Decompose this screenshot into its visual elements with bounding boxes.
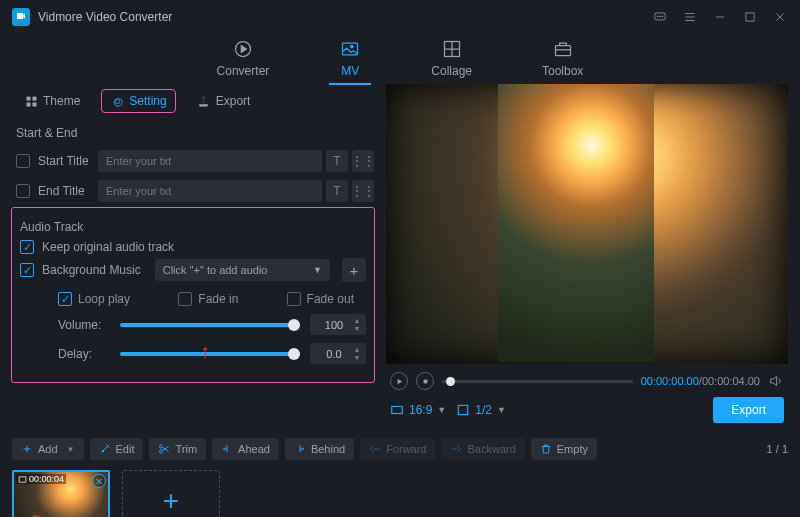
loop-checkbox[interactable] [58,292,72,306]
export-button[interactable]: Export [713,397,784,423]
tab-label: Theme [43,94,80,108]
delay-value: 0.0 [318,348,350,360]
delay-slider[interactable] [120,352,300,356]
spin-down[interactable]: ▼ [352,325,362,332]
forward-button[interactable]: Forward [360,438,435,460]
chevron-down-icon: ▼ [67,445,75,454]
nav-label: MV [341,64,359,78]
top-nav: Converter MV Collage Toolbox [0,34,800,84]
keep-original-checkbox[interactable] [20,240,34,254]
end-title-input[interactable] [98,180,322,202]
behind-button[interactable]: Behind [285,438,354,460]
video-preview[interactable] [386,84,788,364]
audio-track-panel: Audio Track Keep original audio track Ba… [12,208,374,382]
clip-remove-button[interactable]: ✕ [92,474,106,488]
seek-thumb[interactable] [446,377,455,386]
svg-rect-19 [19,476,26,481]
fadein-label: Fade in [198,292,238,306]
seek-bar[interactable] [442,380,633,383]
toolbox-icon [552,38,574,60]
spin-up[interactable]: ▲ [352,346,362,353]
svg-rect-13 [32,102,36,106]
behind-icon [294,443,306,455]
svg-rect-11 [32,96,36,100]
bg-music-dropdown[interactable]: Click "+" to add audio ▼ [155,259,330,281]
nav-collage[interactable]: Collage [421,34,482,84]
app-logo [12,8,30,26]
close-icon[interactable] [772,9,788,25]
time-display: 00:00:00.00/00:00:04.00 [641,375,760,387]
end-title-checkbox[interactable] [16,184,30,198]
ahead-button[interactable]: Ahead [212,438,279,460]
spin-up[interactable]: ▲ [352,317,362,324]
text-style-icon[interactable]: T [326,150,348,172]
slider-thumb[interactable] [288,348,300,360]
collage-icon [441,38,463,60]
loop-label: Loop play [78,292,130,306]
tab-export[interactable]: Export [189,90,259,112]
text-opts-icon[interactable]: ⋮⋮ [352,180,374,202]
stop-button[interactable] [416,372,434,390]
nav-mv[interactable]: MV [329,34,371,84]
empty-button[interactable]: Empty [531,438,597,460]
app-title: Vidmore Video Converter [38,10,652,24]
edit-button[interactable]: Edit [90,438,144,460]
aspect-ratio-select[interactable]: 16:9 ▼ [390,403,446,417]
play-button[interactable] [390,372,408,390]
volume-icon[interactable] [768,373,784,389]
end-title-label: End Title [38,184,90,198]
slider-thumb[interactable] [288,319,300,331]
trash-icon [540,443,552,455]
svg-point-7 [351,45,354,48]
zoom-value: 1/2 [475,403,492,417]
player-controls: 00:00:00.00/00:00:04.00 [386,368,788,394]
svg-rect-9 [555,46,570,56]
svg-rect-4 [746,13,754,21]
tab-theme[interactable]: Theme [16,90,88,112]
tab-label: Setting [129,94,166,108]
add-clip-button[interactable]: + [122,470,220,517]
svg-point-1 [657,16,658,17]
feedback-icon[interactable] [652,9,668,25]
converter-icon [232,38,254,60]
svg-rect-12 [26,102,30,106]
trim-button[interactable]: Trim [149,438,206,460]
wand-icon [99,443,111,455]
timeline-clip[interactable]: 00:00:04 ✕ ▷ 🔇 ✦ ✂ [12,470,110,517]
backward-icon [450,443,462,455]
forward-icon [369,443,381,455]
volume-slider[interactable] [120,323,300,327]
delay-value-box[interactable]: 0.0 ▲▼ [310,343,366,364]
ahead-icon [221,443,233,455]
fadeout-checkbox[interactable] [287,292,301,306]
tab-label: Export [216,94,251,108]
menu-icon[interactable] [682,9,698,25]
zoom-select[interactable]: 1/2 ▼ [456,403,506,417]
tab-setting[interactable]: Setting [102,90,174,112]
start-title-checkbox[interactable] [16,154,30,168]
add-button[interactable]: Add▼ [12,438,84,460]
chevron-down-icon: ▼ [437,405,446,415]
nav-toolbox[interactable]: Toolbox [532,34,593,84]
nav-converter[interactable]: Converter [207,34,280,84]
chevron-down-icon: ▼ [313,265,322,275]
plus-icon [21,443,33,455]
fadein-checkbox[interactable] [178,292,192,306]
text-opts-icon[interactable]: ⋮⋮ [352,150,374,172]
volume-label: Volume: [58,318,110,332]
delay-label: Delay: [58,347,110,361]
spin-down[interactable]: ▼ [352,354,362,361]
backward-button[interactable]: Backward [441,438,524,460]
svg-rect-14 [423,379,427,383]
start-title-input[interactable] [98,150,322,172]
svg-point-17 [160,445,163,448]
volume-value-box[interactable]: 100 ▲▼ [310,314,366,335]
maximize-icon[interactable] [742,9,758,25]
minimize-icon[interactable] [712,9,728,25]
bg-music-checkbox[interactable] [20,263,34,277]
mv-icon [339,38,361,60]
aspect-value: 16:9 [409,403,432,417]
start-title-label: Start Title [38,154,90,168]
add-audio-button[interactable]: + [342,258,366,282]
text-style-icon[interactable]: T [326,180,348,202]
